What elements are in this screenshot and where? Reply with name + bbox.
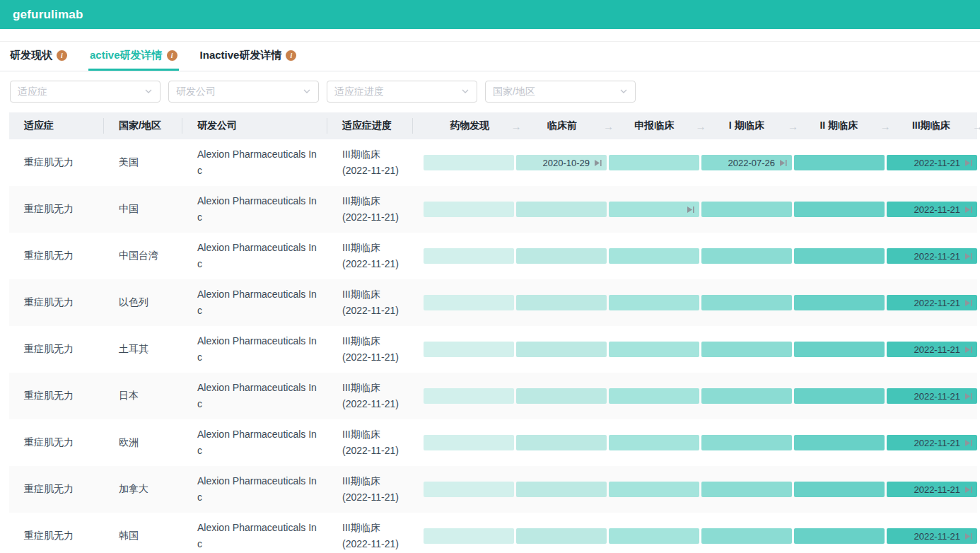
step-marker-icon[interactable]	[964, 532, 972, 540]
stage-bar-2[interactable]	[609, 295, 699, 310]
stage-bar-2[interactable]	[609, 155, 699, 170]
stage-bar-2[interactable]	[609, 528, 699, 544]
filter-select-indication-progress[interactable]: 适应症进度	[327, 81, 477, 103]
country-cell: 韩国	[104, 530, 182, 542]
stage-bar-3[interactable]	[701, 295, 792, 310]
stage-bar-5[interactable]: 2022-11-21	[887, 155, 977, 170]
progress-phase: III期临床	[342, 426, 413, 443]
company-cell: Alexion Pharmaceuticals Inc	[182, 426, 327, 459]
stage-bars: 2022-11-21	[413, 295, 977, 310]
table-row: 重症肌无力韩国Alexion Pharmaceuticals IncIII期临床…	[9, 513, 977, 553]
stage-bar-1[interactable]	[516, 388, 607, 404]
stage-bar-0[interactable]	[424, 295, 514, 310]
stage-bar-3[interactable]	[701, 388, 792, 404]
stage-bar-1[interactable]	[516, 342, 607, 357]
stage-bar-4[interactable]	[794, 155, 885, 170]
stage-bar-0[interactable]	[424, 248, 514, 264]
stage-bar-4[interactable]	[794, 248, 885, 264]
stage-bar-0[interactable]	[424, 155, 514, 170]
progress-date: (2022-11-21)	[342, 303, 413, 319]
stage-bar-2[interactable]	[609, 482, 699, 497]
stage-bar-4[interactable]	[794, 482, 885, 497]
stage-bar-3[interactable]	[701, 528, 792, 544]
filter-select-country-region[interactable]: 国家/地区	[485, 81, 636, 103]
stage-bar-2[interactable]	[609, 248, 699, 264]
stage-bar-1[interactable]	[516, 295, 607, 310]
step-marker-icon[interactable]	[964, 159, 972, 167]
stage-bar-2[interactable]	[609, 435, 699, 450]
stage-bar-4[interactable]	[794, 528, 885, 544]
stage-bar-3[interactable]	[701, 248, 792, 264]
stage-bar-4[interactable]	[794, 202, 885, 217]
country-cell: 日本	[104, 390, 182, 402]
stage-bar-4[interactable]	[794, 342, 885, 357]
stage-bars: 2022-11-21	[413, 482, 977, 497]
country-cell: 中国	[104, 203, 182, 216]
stage-bar-2[interactable]	[609, 388, 699, 404]
stage-bar-0[interactable]	[424, 388, 514, 404]
stage-bars: 2022-11-21	[413, 202, 977, 217]
step-marker-icon[interactable]	[964, 486, 972, 494]
stage-bar-4[interactable]	[794, 435, 885, 450]
stage-bar-5[interactable]: 2022-11-21	[887, 202, 977, 217]
info-icon[interactable]: i	[286, 50, 296, 61]
info-icon[interactable]: i	[167, 50, 177, 61]
step-marker-icon[interactable]	[964, 346, 972, 354]
stage-header-label: 临床前	[547, 120, 577, 132]
stage-bar-0[interactable]	[424, 342, 514, 357]
stage-bar-1[interactable]	[516, 248, 607, 264]
step-marker-icon[interactable]	[964, 392, 972, 400]
stage-bar-1[interactable]	[516, 482, 607, 497]
select-placeholder: 适应症进度	[334, 86, 384, 98]
stage-bar-3[interactable]	[701, 435, 792, 450]
stage-bar-5[interactable]: 2022-11-21	[887, 248, 977, 264]
filter-select-indication[interactable]: 适应症	[10, 81, 161, 103]
progress-cell: III期临床(2022-11-21)	[327, 333, 413, 366]
filter-select-company[interactable]: 研发公司	[168, 81, 319, 103]
step-marker-icon[interactable]	[964, 206, 972, 214]
stage-bars: 2022-11-21	[413, 248, 977, 264]
stage-bar-4[interactable]	[794, 295, 885, 310]
step-marker-icon[interactable]	[964, 252, 972, 260]
stage-bar-5[interactable]: 2022-11-21	[887, 388, 977, 404]
stage-bar-0[interactable]	[424, 202, 514, 217]
stage-header-4: II 期临床→	[793, 112, 885, 139]
step-marker-icon[interactable]	[594, 159, 602, 167]
stage-bar-2[interactable]	[609, 202, 699, 217]
stage-bar-1[interactable]	[516, 435, 607, 450]
stage-bar-5[interactable]: 2022-11-21	[887, 435, 977, 450]
stage-bar-3[interactable]: 2022-07-26	[701, 155, 792, 170]
tab-rd-status[interactable]: 研发现状i	[8, 42, 69, 71]
stage-bars: 2022-11-21	[413, 528, 977, 544]
bar-date: 2022-11-21	[914, 158, 960, 168]
stage-bar-2[interactable]	[609, 342, 699, 357]
info-icon[interactable]: i	[57, 50, 67, 61]
tab-active-rd-details[interactable]: active研发详情i	[88, 42, 179, 71]
step-marker-icon[interactable]	[687, 206, 694, 214]
progress-date: (2022-11-21)	[342, 163, 413, 179]
stage-bar-1[interactable]	[516, 202, 607, 217]
stage-bar-5[interactable]: 2022-11-21	[887, 342, 977, 357]
stage-bar-1[interactable]	[516, 528, 607, 544]
column-header-company: 研发公司	[182, 112, 327, 139]
stage-bar-5[interactable]: 2022-11-21	[887, 482, 977, 497]
stage-bar-3[interactable]	[701, 482, 792, 497]
stage-bar-0[interactable]	[424, 528, 514, 544]
select-placeholder: 研发公司	[176, 86, 216, 98]
tab-inactive-rd-details[interactable]: Inactive研发详情i	[199, 42, 298, 71]
step-marker-icon[interactable]	[779, 159, 787, 167]
stage-bar-0[interactable]	[424, 482, 514, 497]
stage-bar-5[interactable]: 2022-11-21	[887, 295, 977, 310]
filter-bar: 适应症研发公司适应症进度国家/地区	[0, 71, 980, 112]
table-header: 适应症 国家/地区 研发公司 适应症进度 药物发现→临床前→申报临床→I 期临床…	[9, 112, 977, 139]
step-marker-icon[interactable]	[964, 299, 972, 307]
stage-bar-3[interactable]	[701, 342, 792, 357]
stage-bar-1[interactable]: 2020-10-29	[516, 155, 607, 170]
stage-bar-5[interactable]: 2022-11-21	[887, 528, 977, 544]
table-body: 重症肌无力美国Alexion Pharmaceuticals IncIII期临床…	[9, 139, 977, 553]
stage-bar-3[interactable]	[701, 202, 792, 217]
country-cell: 中国台湾	[104, 250, 182, 262]
stage-bar-4[interactable]	[794, 388, 885, 404]
step-marker-icon[interactable]	[964, 439, 972, 447]
stage-bar-0[interactable]	[424, 435, 514, 450]
